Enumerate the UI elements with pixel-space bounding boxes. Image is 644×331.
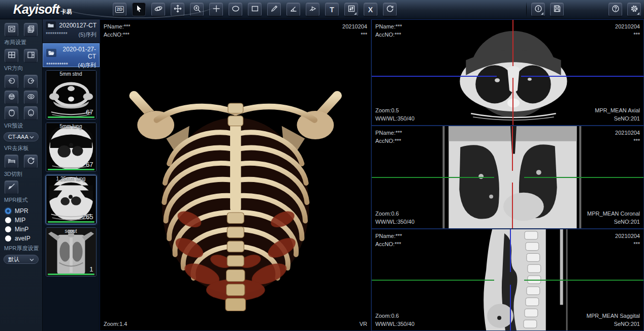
rotate-orbit-tool-button[interactable] [151,3,165,16]
pointer-tool-button[interactable] [132,3,146,16]
vr-face-back-button[interactable] [24,91,38,104]
vr-zoom-text: Zoom:1.4 [104,320,127,328]
series-item-2[interactable]: 2020-01-27-CT ********** (4)序列 [43,43,100,67]
settings-button[interactable] [627,3,641,16]
axial-crosshair-horizontal-blue[interactable] [372,76,643,77]
layout-2d-button[interactable]: 2D [113,3,126,16]
mpr-mode-option-label: MPR [15,207,28,215]
chevron-down-icon [29,134,34,140]
angle-tool-button[interactable] [286,3,300,16]
thumbnail-label: 5mm lung [46,124,96,129]
zoom-text: Zoom:0.6 [375,209,414,218]
radio-icon[interactable] [5,217,11,223]
vr-direction-label: VR方向 [0,65,42,72]
axial-study-date: 20210204 *** [615,22,640,39]
sagittal-series-label: MPR_MEAN Saggital SeNO:201 [587,312,640,328]
face-front-icon [8,93,16,103]
help-button[interactable] [608,3,622,16]
gear-icon [630,5,638,14]
thumbnail-5mm-stnd[interactable]: 5mm stnd 67 [46,70,96,119]
vr-head-top-button[interactable] [5,106,18,120]
thumbnail-5mm-lung[interactable]: 5mm lung 67 [46,123,96,172]
mpr-mode-option-mpr[interactable]: MPR [0,206,42,216]
thumbnail-scout[interactable]: scout 1 [46,227,96,277]
vr-face-front-button[interactable] [5,91,18,104]
mpr-mode-option-label: aveIP [15,235,30,242]
vr-preset-label: VR预设 [0,122,42,130]
date-text: 20210204 [615,232,640,240]
ellipse-roi-tool-button[interactable] [229,3,242,16]
series-item-1[interactable]: 20200127-CT ********** (5)序列 [43,19,100,43]
measure-line-tool-button[interactable] [267,3,281,16]
info-button[interactable] [531,3,545,16]
series-masked-id: ********** [46,31,68,39]
zoom-icon [193,5,201,14]
radio-icon[interactable] [5,226,11,232]
window-preset-button[interactable] [344,3,358,16]
sagittal-patient-info: PName:*** AccNO:*** [375,232,402,248]
remove-bed-button[interactable] [5,155,18,168]
thumbnail-label: scout [46,228,96,234]
thumbnail-progress-bar [48,221,94,223]
zoom-tool-button[interactable] [190,3,204,16]
mpr-coronal-viewport[interactable]: PName:*** AccNO:*** 20210204 *** Zoom:0.… [371,126,644,229]
scalpel-cut-button[interactable] [5,180,18,194]
mpr-axial-viewport[interactable]: PName:*** AccNO:*** 20210204 *** Zoom:0.… [371,19,644,126]
help-icon [611,5,620,14]
rect-roi-tool-button[interactable] [248,3,262,16]
mpr-mode-option-mip[interactable]: MIP [0,216,42,225]
vr-head-left-button[interactable] [5,75,18,88]
coronal-study-date: 20210204 *** [615,129,640,145]
mpr-thickness-select[interactable]: 默认 [4,255,39,264]
mpr-mode-option-label: MIP [15,217,25,224]
series-title: 2020-01-27-CT [56,46,96,60]
thumbnail-1-25mm-lung[interactable]: 1.25mm lung 265 [46,175,96,224]
pname-text: PName:*** [375,232,402,240]
layout-grid4-button[interactable] [5,49,18,63]
coronal-crosshair-vertical-red[interactable] [512,126,513,228]
radio-icon[interactable] [5,208,11,214]
vr-remove-bed-label: VR去床板 [0,144,42,152]
masked-text: *** [615,137,640,145]
arrow-annotation-tool-button[interactable] [306,3,319,16]
mpr-mode-label: MPR模式 [0,196,42,204]
pname-text: PName:*** [104,22,131,31]
zoom-text: Zoom:0.5 [375,106,414,114]
reset-icon [386,5,394,14]
vr-mode-text: VR [360,320,367,328]
layout-grid4-icon [8,51,16,61]
save-button[interactable] [550,3,564,16]
mpr-thickness-label: MPR厚度设置 [0,245,42,252]
coronal-crosshair-horizontal-green[interactable] [372,177,643,178]
wwwl-text: WW/WL:350/40 [375,218,414,226]
reset-view-button[interactable] [383,3,397,16]
sagittal-crosshair-vertical-blue[interactable] [510,229,511,330]
crosshair-tool-button[interactable] [209,3,223,16]
layout-main-side-button[interactable] [24,49,38,63]
series-thumbnail-panel: 20200127-CT ********** (5)序列 2020-01-27-… [43,19,100,331]
pan-tool-button[interactable] [171,3,184,16]
vr-head-right-button[interactable] [24,75,38,88]
sagittal-crosshair-horizontal-green[interactable] [372,280,643,281]
delete-annotation-button[interactable]: X [364,3,377,16]
mpr-label-text: MPR_MEAN Coronal [587,209,640,218]
text-tool-button[interactable]: T [325,3,339,16]
mpr-sagittal-viewport[interactable]: PName:*** AccNO:*** 20210204 *** Zoom:0.… [371,229,644,331]
vr-rendering-ribcage [100,20,371,330]
layout-report-button[interactable] [24,23,38,37]
mpr-mode-option-aveip[interactable]: aveIP [0,234,42,243]
accno-text: AccNO:*** [375,240,402,248]
layout-single-button[interactable] [5,23,18,37]
vr-viewport[interactable]: PName:*** AccNO:*** 20210204 *** Zoom:1.… [100,19,371,331]
mpr-mode-option-minp[interactable]: MinP [0,225,42,234]
head-left-icon [8,77,16,87]
series-masked-id: ********** [46,62,68,69]
radio-icon[interactable] [5,235,11,242]
vr-preset-select[interactable]: CT-AAA [4,132,39,141]
sagittal-zoom-ww: Zoom:0.6 WW/WL:350/40 [375,312,414,328]
axial-crosshair-vertical-red[interactable] [512,20,513,125]
pointer-icon [135,5,143,14]
accno-text: AccNO:*** [375,137,402,145]
bed-reset-button[interactable] [24,155,38,168]
vr-head-bottom-button[interactable] [24,106,38,120]
